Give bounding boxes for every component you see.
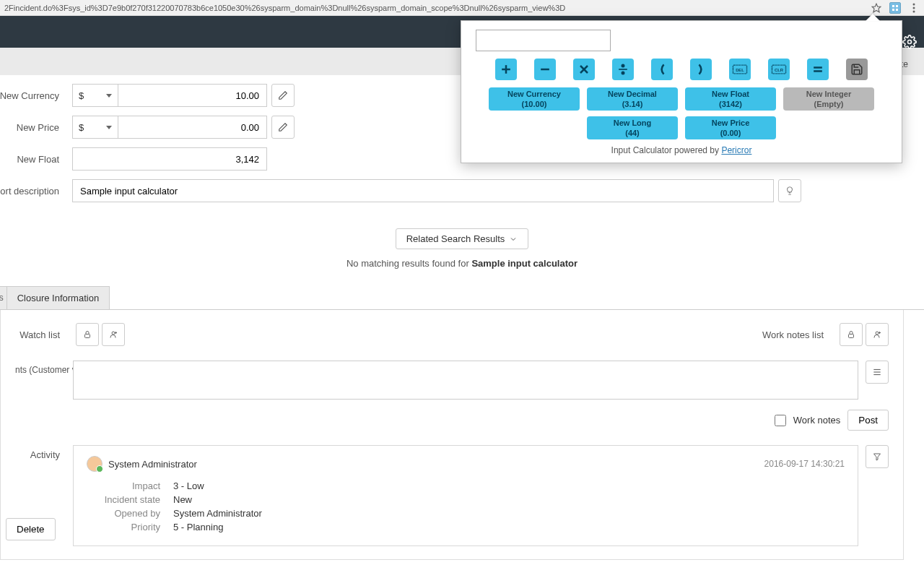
work-notes-checkbox[interactable] — [775, 415, 786, 426]
comments-label: nts (Customer visible) — [15, 361, 73, 375]
new-float-input[interactable] — [72, 147, 267, 171]
work-notes-list-label: Work notes list — [339, 329, 837, 340]
post-button[interactable]: Post — [847, 410, 889, 431]
svg-rect-4 — [896, 9, 898, 11]
related-search-button[interactable]: Related Search Results — [396, 228, 529, 249]
section-body: Watch list Work notes list nts (Customer… — [0, 310, 904, 560]
calc-field-new-currency[interactable]: New Currency(10.00) — [489, 87, 580, 111]
calc-field-new-integer[interactable]: New Integer(Empty) — [783, 87, 874, 111]
af-incident-state-label: Incident state — [87, 494, 173, 505]
calc-divide-button[interactable] — [612, 59, 634, 80]
currency-select[interactable]: $ — [72, 84, 118, 107]
af-priority-value: 5 - Planning — [173, 522, 223, 532]
svg-text:DEL: DEL — [736, 68, 744, 72]
star-icon[interactable] — [871, 2, 882, 14]
suggestion-button[interactable] — [778, 179, 801, 202]
new-currency-label: New Currency — [0, 90, 72, 101]
calc-subtract-button[interactable] — [534, 59, 556, 80]
url-text: 2Fincident.do%3Fsys_id%3D7e9b0f270f31220… — [4, 4, 863, 12]
af-opened-by-value: System Administrator — [173, 508, 262, 519]
af-opened-by-label: Opened by — [87, 508, 173, 519]
svg-point-27 — [622, 64, 624, 66]
work-notes-lock-button[interactable] — [840, 323, 863, 346]
activity-timestamp: 2016-09-17 14:30:21 — [764, 459, 845, 469]
svg-point-28 — [622, 72, 624, 74]
expand-comments-button[interactable] — [866, 361, 889, 384]
svg-point-6 — [913, 7, 915, 9]
activity-card: System Administrator 2016-09-17 14:30:21… — [73, 445, 858, 546]
calc-field-new-long[interactable]: New Long(44) — [587, 116, 678, 139]
price-currency-select[interactable]: $ — [72, 116, 118, 139]
svg-rect-2 — [896, 5, 898, 7]
watch-list-add-me-button[interactable] — [102, 323, 125, 346]
pericror-link[interactable]: Pericror — [721, 145, 751, 155]
delete-button[interactable]: Delete — [6, 518, 56, 540]
svg-marker-20 — [874, 454, 881, 460]
calc-equals-button[interactable] — [807, 59, 829, 80]
gear-icon[interactable] — [902, 35, 917, 49]
svg-point-8 — [908, 40, 912, 44]
svg-marker-0 — [872, 4, 881, 12]
avatar — [87, 456, 103, 472]
tabs: ls Closure Information — [0, 286, 924, 310]
menu-dots-icon[interactable] — [908, 2, 920, 14]
svg-rect-9 — [85, 335, 90, 338]
new-currency-input[interactable] — [118, 84, 267, 107]
calc-lparen-button[interactable] — [651, 59, 673, 80]
calc-display-input[interactable] — [476, 30, 611, 51]
browser-url-bar: 2Fincident.do%3Fsys_id%3D7e9b0f270f31220… — [0, 0, 924, 16]
activity-label: Activity — [15, 445, 73, 460]
tab-closure-information[interactable]: Closure Information — [6, 286, 110, 309]
svg-point-5 — [913, 3, 915, 5]
af-impact-label: Impact — [87, 480, 173, 491]
edit-price-button[interactable] — [271, 116, 295, 139]
new-price-label: New Price — [0, 122, 72, 133]
new-float-label: New Float — [0, 154, 72, 165]
af-priority-label: Priority — [87, 522, 173, 532]
calc-field-new-price[interactable]: New Price(0.00) — [685, 116, 776, 139]
no-match-text: No matching results found for Sample inp… — [0, 258, 924, 269]
svg-text:CLR: CLR — [775, 68, 784, 72]
calc-clear-button[interactable]: CLR — [768, 59, 790, 80]
calc-field-new-decimal[interactable]: New Decimal(3.14) — [587, 87, 678, 111]
calc-multiply-button[interactable] — [573, 59, 595, 80]
svg-rect-3 — [892, 9, 894, 11]
af-incident-state-value: New — [173, 494, 192, 505]
calculator-extension-icon[interactable] — [889, 2, 901, 14]
new-price-input[interactable] — [118, 116, 267, 139]
svg-rect-13 — [849, 335, 854, 338]
activity-filter-button[interactable] — [866, 445, 889, 468]
activity-user: System Administrator — [108, 459, 197, 470]
short-description-label: Short description — [0, 186, 72, 197]
svg-point-10 — [112, 332, 115, 335]
calc-save-button[interactable] — [846, 59, 868, 80]
short-description-input[interactable] — [72, 179, 774, 202]
svg-rect-1 — [892, 5, 894, 7]
watch-list-lock-button[interactable] — [76, 323, 99, 346]
svg-point-7 — [913, 10, 915, 12]
calc-spacer — [489, 116, 580, 139]
calc-field-new-float[interactable]: New Float(3142) — [685, 87, 776, 111]
af-impact-value: 3 - Low — [173, 480, 204, 491]
watch-list-label: Watch list — [15, 329, 73, 340]
work-notes-cb-label: Work notes — [793, 415, 841, 426]
calculator-popup: DEL CLR New Currency(10.00) New Decimal(… — [461, 20, 902, 163]
calc-rparen-button[interactable] — [690, 59, 712, 80]
comments-textarea[interactable] — [73, 361, 858, 400]
work-notes-add-me-button[interactable] — [866, 323, 889, 346]
calc-footer: Input Calculator powered by Pericror — [461, 145, 902, 155]
calc-add-button[interactable] — [495, 59, 517, 80]
edit-currency-button[interactable] — [271, 84, 295, 107]
calc-spacer-2 — [783, 116, 874, 139]
svg-point-14 — [876, 332, 879, 335]
calc-delete-button[interactable]: DEL — [729, 59, 751, 80]
